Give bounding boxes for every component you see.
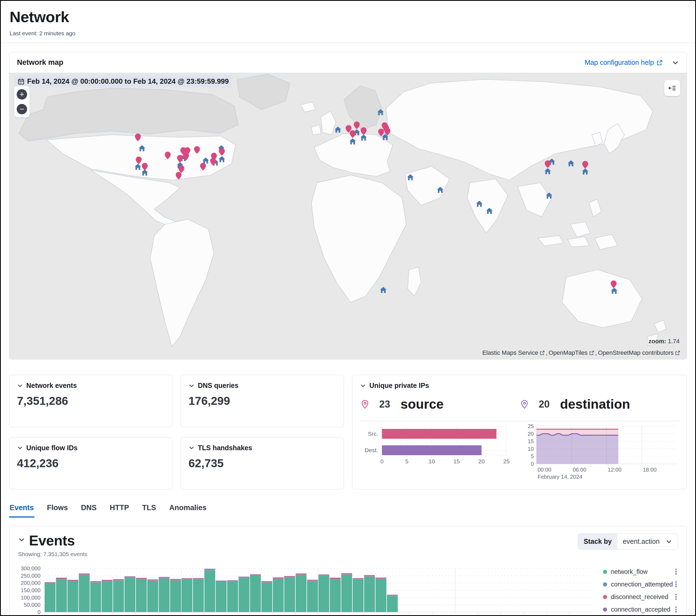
unique-ips-area-chart: 051015202500:0006:0012:0018:00February 1…	[523, 424, 679, 483]
map-home-marker[interactable]	[218, 156, 225, 163]
kpi-network-events: Network events 7,351,286	[9, 375, 172, 427]
location-pin-icon	[360, 399, 370, 409]
stack-by-value: event.action	[623, 537, 660, 546]
legend-color-dot	[603, 582, 607, 586]
svg-text:06:00: 06:00	[573, 467, 586, 473]
map-pin-marker[interactable]	[200, 163, 207, 172]
tab-dns[interactable]: DNS	[80, 502, 97, 518]
page-title: Network	[10, 8, 686, 26]
map-home-marker[interactable]	[611, 287, 618, 296]
chevron-down-icon[interactable]	[17, 383, 23, 389]
legend-label[interactable]: connection_attempted	[611, 581, 674, 588]
legend-options-icon[interactable]	[674, 606, 678, 613]
map-home-marker[interactable]	[544, 168, 551, 176]
panel-collapse-chevron-icon[interactable]	[672, 59, 679, 66]
map-home-marker[interactable]	[476, 201, 483, 208]
tab-http[interactable]: HTTP	[109, 502, 130, 518]
kpi-label: Network events	[26, 382, 77, 390]
kpi-label: TLS handshakes	[198, 444, 252, 452]
source-ips-label: source	[400, 397, 443, 412]
chevron-down-icon[interactable]	[360, 383, 366, 389]
map-home-marker[interactable]	[437, 186, 444, 194]
chevron-down-icon[interactable]	[18, 536, 25, 543]
map-legend-toggle-button[interactable]	[664, 80, 680, 96]
zoom-in-button[interactable]: +	[17, 89, 27, 99]
page-header: Network Last event: 2 minutes ago	[1, 1, 695, 43]
map-home-marker[interactable]	[134, 163, 141, 172]
stack-by-select[interactable]: event.action	[617, 534, 678, 549]
svg-text:20: 20	[528, 431, 534, 437]
legend-label[interactable]: connection_accepted	[611, 606, 674, 613]
attribution-link[interactable]: Elastic Maps Service	[482, 349, 545, 357]
map-home-marker[interactable]	[545, 192, 553, 200]
attribution-link[interactable]: OpenMapTiles	[549, 349, 594, 357]
map-pin-marker[interactable]	[175, 172, 183, 180]
map-home-marker[interactable]	[407, 174, 414, 181]
tab-tls[interactable]: TLS	[142, 502, 157, 518]
external-link-icon	[657, 60, 663, 66]
calendar-icon	[18, 78, 25, 85]
zoom-out-button[interactable]: −	[17, 104, 27, 114]
svg-text:February 14, 2024: February 14, 2024	[538, 474, 582, 480]
svg-text:0: 0	[37, 609, 41, 615]
unique-private-ips-panel: Unique private IPs 23 source 20 destinat…	[352, 375, 687, 489]
chevron-down-icon[interactable]	[17, 445, 23, 451]
legend-options-icon[interactable]	[674, 581, 678, 588]
map-panel-title: Network map	[17, 58, 63, 67]
destination-ips-count: 20	[539, 398, 550, 410]
legend-options-icon[interactable]	[674, 593, 678, 600]
collapse-legend-icon	[668, 84, 676, 92]
map-help-link-label: Map configuration help	[585, 59, 654, 66]
kpi-unique-flow-ids: Unique flow IDs 412,236	[9, 437, 172, 490]
source-ips-stat: 23 source	[360, 397, 520, 412]
map-home-marker[interactable]	[377, 109, 384, 117]
map-home-marker[interactable]	[382, 134, 389, 142]
map-date-range-text: Feb 14, 2024 @ 00:00:00.000 to Feb 14, 2…	[27, 77, 229, 85]
kpi-value: 62,735	[189, 457, 336, 470]
external-link-icon	[589, 350, 594, 355]
map-home-marker[interactable]	[139, 145, 145, 153]
legend-item-connection_accepted: connection_accepted	[603, 604, 678, 614]
destination-ips-stat: 20 destination	[520, 397, 679, 412]
map-pin-marker[interactable]	[209, 158, 217, 167]
map-home-marker[interactable]	[486, 208, 493, 216]
map-home-marker[interactable]	[380, 286, 387, 294]
map-attribution: Elastic Maps Service, OpenMapTiles, Open…	[482, 349, 680, 357]
tab-events[interactable]: Events	[9, 502, 34, 518]
map-home-marker[interactable]	[360, 134, 367, 142]
tab-anomalies[interactable]: Anomalies	[169, 502, 207, 518]
legend-color-dot	[603, 570, 607, 574]
legend-label[interactable]: network_flow	[611, 568, 674, 575]
map-home-marker[interactable]	[582, 168, 589, 176]
svg-text:150,000: 150,000	[21, 587, 41, 593]
map-home-marker[interactable]	[349, 138, 356, 146]
svg-text:00:00: 00:00	[538, 467, 551, 473]
legend-options-icon[interactable]	[674, 568, 678, 575]
chevron-down-icon[interactable]	[189, 383, 194, 389]
tab-flows[interactable]: Flows	[47, 502, 69, 518]
map-configuration-help-link[interactable]: Map configuration help	[585, 59, 663, 66]
svg-text:25: 25	[528, 424, 534, 429]
map-home-marker[interactable]	[567, 160, 574, 168]
map-pin-marker[interactable]	[134, 133, 142, 142]
attribution-link[interactable]: OpenStreetMap contributors	[598, 349, 680, 357]
legend-label[interactable]: disconnect_received	[611, 593, 674, 601]
map-home-marker[interactable]	[334, 126, 342, 134]
divider	[360, 421, 679, 421]
external-link-icon	[675, 350, 680, 355]
unique-ips-bar-chart: Src.Dest.0510152025	[360, 424, 516, 483]
map-canvas[interactable]: Feb 14, 2024 @ 00:00:00.000 to Feb 14, 2…	[9, 73, 687, 359]
map-pin-marker[interactable]	[164, 152, 172, 160]
events-histogram: 050,000100,000150,000200,000250,000300,0…	[18, 566, 596, 616]
map-pin-marker[interactable]	[193, 146, 201, 155]
legend-item-disconnect_received: disconnect_received	[603, 592, 678, 602]
svg-text:0: 0	[380, 458, 383, 464]
chevron-down-icon	[666, 538, 672, 545]
svg-text:18:00: 18:00	[643, 467, 657, 473]
svg-text:5: 5	[405, 458, 409, 464]
map-home-marker[interactable]	[141, 169, 148, 177]
kpi-value: 412,236	[17, 457, 164, 470]
kpi-value: 176,299	[189, 394, 336, 408]
chevron-down-icon[interactable]	[189, 445, 194, 451]
legend-item-network_flow: network_flow	[603, 567, 678, 576]
